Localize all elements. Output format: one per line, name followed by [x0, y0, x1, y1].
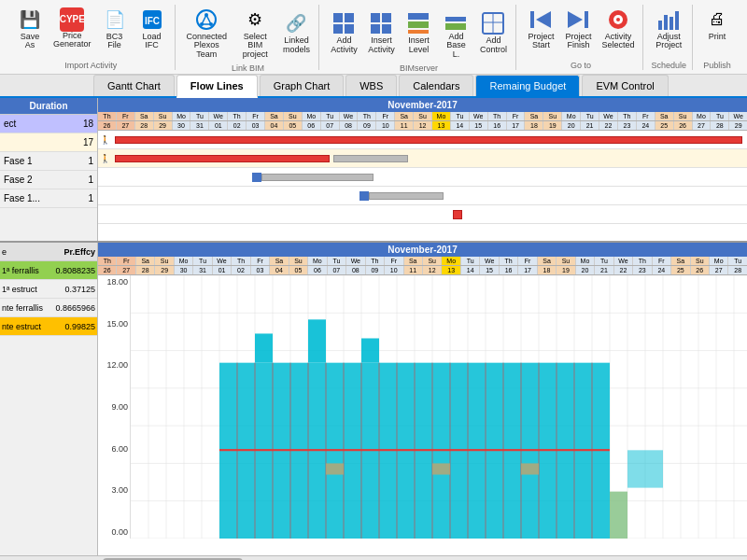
print-label: Print: [709, 33, 726, 42]
toolbar-items-bimserver: AddActivity InsertActivity InsertLevel A…: [327, 5, 510, 63]
add-base-button[interactable]: AddBase L.: [439, 5, 472, 63]
save-as-label: SaveAs: [21, 33, 40, 51]
add-control-button[interactable]: AddControl: [476, 8, 510, 57]
linked-models-button[interactable]: 🔗 Linkedmodels: [279, 8, 313, 57]
lower-row4-val: 0.99825: [46, 322, 97, 331]
num-19: 19: [543, 121, 562, 130]
save-icon: 💾: [17, 7, 43, 33]
insert-activity-icon: [368, 10, 394, 36]
toolbar-group-schedule: AdjustProject Schedule: [645, 5, 693, 70]
select-bim-button[interactable]: ⚙ Select BIMproject: [234, 5, 275, 63]
left-row-fase2: Fase 2 1: [0, 171, 97, 189]
day-fr5: Fr: [637, 112, 655, 120]
print-icon: 🖨: [704, 7, 730, 33]
price-generator-button[interactable]: CYPE PriceGenerator: [50, 6, 94, 52]
adjust-project-label: AdjustProject: [655, 33, 682, 51]
lower-row-4: nte estruct 0.99825: [0, 317, 97, 336]
import-group-label: Import Activity: [64, 61, 117, 70]
svg-rect-13: [371, 13, 380, 22]
chart-with-yaxis: 18.00 15.00 12.00 9.00 6.00 3.00 0.00: [98, 275, 747, 539]
day-sa3: Sa: [395, 112, 414, 120]
upper-month-header: November-2017: [98, 98, 747, 112]
day-mo1: Mo: [173, 112, 191, 120]
project-finish-icon: [565, 7, 591, 33]
num-10: 10: [376, 121, 395, 130]
activity-selected-button[interactable]: ActivitySelected: [599, 5, 637, 53]
toolbar-items-schedule: AdjustProject: [652, 5, 685, 53]
fase3-val: 1: [64, 193, 97, 203]
day-th5: Th: [618, 112, 637, 120]
tab-flow-lines[interactable]: Flow Lines: [176, 75, 258, 98]
connected-plexos-button[interactable]: ConnectedPlexos Team: [183, 5, 231, 63]
gantt-bar-2: [115, 155, 330, 162]
bc3-button[interactable]: 📄 BC3File: [98, 5, 132, 53]
num-30: 30: [173, 121, 191, 130]
fase1-val: 1: [64, 156, 97, 166]
upper-section: Duration ect 18 17 Fase 1 1 Fase 2 1 Fas…: [0, 98, 747, 243]
lower-left-header: e Pr.Effcy: [0, 243, 97, 261]
lower-row1-name: 1ª ferrallis: [0, 266, 46, 275]
svg-rect-34: [669, 17, 673, 30]
gantt-row-fase1: [98, 168, 747, 187]
num-27: 27: [117, 121, 135, 130]
num-22: 22: [599, 121, 618, 130]
day-sa1: Sa: [135, 112, 154, 120]
price-generator-icon: CYPE: [60, 7, 84, 32]
day-fr1: Fr: [117, 112, 135, 120]
svg-rect-101: [308, 319, 326, 362]
lower-row-3: nte ferrallis 0.8665966: [0, 299, 97, 317]
svg-marker-25: [536, 11, 551, 28]
add-activity-button[interactable]: AddActivity: [327, 8, 360, 57]
toolbar-group-bimserver: AddActivity InsertActivity InsertLevel A…: [321, 5, 516, 70]
bc3-label: BC3File: [106, 33, 123, 51]
num-08: 08: [340, 121, 359, 130]
num-29b: 29: [729, 121, 747, 130]
gantt-bar-2b: [333, 155, 408, 162]
tab-gantt-chart[interactable]: Gantt Chart: [93, 75, 175, 96]
day-mo5: Mo: [693, 112, 712, 120]
day-we4: We: [599, 112, 618, 120]
svg-rect-100: [255, 333, 273, 362]
svg-text:IFC: IFC: [144, 16, 159, 26]
svg-rect-21: [445, 23, 466, 30]
tab-evm-control[interactable]: EVM Control: [582, 75, 668, 96]
svg-rect-20: [445, 17, 466, 21]
load-ifc-label: LoadIFC: [143, 33, 162, 51]
gantt-row-2: 🚶: [98, 149, 747, 168]
num-15: 15: [470, 121, 488, 130]
publish-group-label: Publish: [703, 61, 731, 70]
save-as-button[interactable]: 💾 SaveAs: [13, 5, 47, 53]
day-sa5: Sa: [655, 112, 674, 120]
tab-remaining-budget[interactable]: Remaing Budget: [475, 75, 580, 96]
upper-gantt: November-2017 Th Fr Sa Su Mo Tu We Th Fr…: [98, 98, 747, 241]
flow-chart-container: [131, 275, 747, 539]
lower-row-2: 1ª estruct 0.37125: [0, 280, 97, 299]
day-tu1: Tu: [190, 112, 209, 120]
project-start-button[interactable]: ProjectStart: [524, 5, 557, 53]
insert-level-button[interactable]: InsertLevel: [402, 8, 435, 57]
gantt-bar-fase1: [261, 174, 374, 181]
tab-bar: Gantt Chart Flow Lines Graph Chart WBS C…: [0, 75, 747, 98]
num-13: 13: [432, 121, 451, 130]
tab-calendars[interactable]: Calendars: [399, 75, 473, 96]
svg-rect-16: [382, 24, 391, 34]
svg-rect-32: [658, 21, 662, 30]
adjust-project-button[interactable]: AdjustProject: [652, 5, 685, 53]
gantt-row-fase3: [98, 205, 747, 224]
lower-left-panel: e Pr.Effcy 1ª ferrallis 0.8088235 1ª est…: [0, 243, 98, 555]
toolbar-items-import: 💾 SaveAs CYPE PriceGenerator 📄 BC3File I…: [13, 5, 169, 53]
print-button[interactable]: 🖨 Print: [700, 5, 734, 44]
svg-rect-15: [371, 24, 380, 34]
insert-activity-button[interactable]: InsertActivity: [364, 8, 398, 57]
tab-wbs[interactable]: WBS: [345, 75, 397, 96]
project-finish-button[interactable]: ProjectFinish: [561, 5, 595, 53]
tab-graph-chart[interactable]: Graph Chart: [260, 75, 345, 96]
horizontal-scrollbar[interactable]: [0, 555, 747, 560]
num-26: 26: [98, 121, 117, 130]
day-tu2: Tu: [321, 112, 340, 120]
day-headers-row1: Th Fr Sa Su Mo Tu We Th Fr Sa Su Mo Tu W…: [98, 112, 747, 121]
svg-marker-27: [568, 11, 583, 28]
load-ifc-button[interactable]: IFC LoadIFC: [135, 5, 169, 53]
row2-val: 17: [64, 137, 97, 147]
add-activity-label: AddActivity: [331, 36, 358, 55]
